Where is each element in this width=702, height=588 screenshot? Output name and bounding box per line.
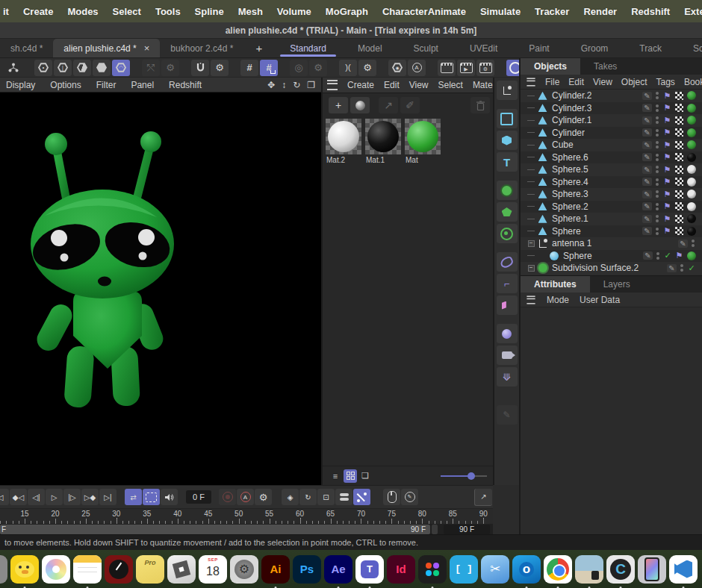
sidetool-stage-tool[interactable]: ⟱: [497, 367, 518, 387]
material-tag[interactable]: [686, 251, 696, 260]
object-row[interactable]: −Subdivision Surface.2✎✓: [521, 262, 702, 275]
dock-app-calendar[interactable]: SEP18: [199, 555, 227, 584]
symmetry-settings-button[interactable]: ⚙: [358, 60, 376, 76]
close-tab-icon[interactable]: ×: [144, 43, 150, 54]
material-thumbnail[interactable]: Mat: [405, 119, 441, 166]
dock-app-roblox[interactable]: [167, 555, 196, 584]
uvw-tag[interactable]: [674, 92, 684, 100]
object-row[interactable]: Cylinder.2✎⚑: [521, 90, 702, 102]
dock-app-outlook[interactable]: o: [512, 555, 541, 584]
sidetool-subdivision-surface-tool[interactable]: [497, 181, 518, 200]
material-tag[interactable]: [686, 140, 696, 149]
visibility-dots[interactable]: [656, 228, 659, 235]
material-list-view-button[interactable]: ≡: [329, 469, 342, 483]
material-tag[interactable]: [686, 190, 696, 198]
render-view-button[interactable]: [438, 60, 456, 76]
phong-tag[interactable]: ⚑: [662, 166, 672, 174]
enabled-check-icon[interactable]: ✓: [663, 251, 672, 260]
pick-material-button[interactable]: ✐: [400, 97, 420, 113]
maximize-icon[interactable]: ❐: [307, 80, 315, 90]
edit-toggle-icon[interactable]: ✎: [642, 116, 652, 125]
menubar-item-edit-clipped[interactable]: it: [3, 6, 9, 17]
visibility-dots[interactable]: [656, 215, 659, 222]
uvw-tag[interactable]: [674, 166, 684, 174]
play-button[interactable]: ▷: [46, 489, 63, 505]
layout-tab-model[interactable]: Model: [342, 39, 398, 57]
dock-app-gauge-app[interactable]: [105, 555, 133, 584]
menubar-item-create[interactable]: Create: [23, 6, 53, 17]
menubar-item-render[interactable]: Render: [583, 6, 617, 17]
object-row[interactable]: Sphere.2✎⚑: [521, 201, 702, 213]
axis-mode-button[interactable]: ◠: [112, 60, 130, 76]
uvw-tag[interactable]: [674, 215, 684, 223]
uvw-tag[interactable]: [674, 104, 684, 112]
menubar-item-tools[interactable]: Tools: [155, 6, 181, 17]
menubar-item-volume[interactable]: Volume: [277, 6, 311, 17]
om-menu-file[interactable]: File: [545, 77, 559, 87]
om-menu-object[interactable]: Object: [621, 77, 647, 87]
next-key-button[interactable]: ▷◆: [81, 489, 99, 505]
visibility-dots[interactable]: [656, 104, 659, 112]
key-rotation-button[interactable]: ↻: [299, 489, 317, 505]
dock-app-indesign[interactable]: Id: [387, 555, 415, 584]
menubar-item-mesh[interactable]: Mesh: [238, 6, 263, 17]
material-compact-view-button[interactable]: ❏: [358, 469, 372, 483]
material-size-slider[interactable]: [441, 472, 487, 481]
menubar-item-simulate[interactable]: Simulate: [480, 6, 521, 17]
phong-tag[interactable]: ⚑: [662, 202, 672, 210]
edit-toggle-icon[interactable]: ✎: [642, 128, 652, 137]
edit-toggle-icon[interactable]: ✎: [643, 251, 653, 260]
coordinates-settings-button[interactable]: ⚙: [161, 60, 179, 76]
om-menu-edit[interactable]: Edit: [568, 77, 584, 87]
edit-toggle-icon[interactable]: ✎: [642, 166, 652, 174]
snap-button[interactable]: [191, 60, 209, 76]
dock-app-iphone-mirroring[interactable]: [638, 555, 666, 584]
enabled-check-icon[interactable]: ✓: [687, 263, 696, 273]
visibility-dots[interactable]: [656, 154, 659, 161]
menubar-item-redshift[interactable]: Redshift: [631, 6, 670, 17]
menubar-item-modes[interactable]: Modes: [67, 6, 98, 17]
new-document-tab-button[interactable]: +: [243, 39, 274, 57]
dock-app-vscode[interactable]: [669, 555, 698, 584]
visibility-dots[interactable]: [692, 240, 695, 247]
om-menu-view[interactable]: View: [593, 77, 612, 87]
dock-app-photoshop[interactable]: Ps: [293, 555, 321, 584]
object-row[interactable]: Sphere✎✓⚑: [521, 250, 702, 263]
edit-toggle-icon[interactable]: ✎: [642, 141, 652, 149]
sidetool-array-generator-tool[interactable]: [497, 202, 518, 222]
apply-material-button[interactable]: ↗: [379, 97, 398, 113]
material-tag[interactable]: [686, 128, 696, 137]
phong-tag[interactable]: ⚑: [662, 141, 672, 149]
uvw-tag[interactable]: [674, 227, 684, 235]
previous-frame-button[interactable]: ◁|: [28, 489, 45, 505]
viewport-menu-options[interactable]: Options: [50, 80, 81, 90]
pan-hand-icon[interactable]: ✥: [267, 80, 275, 90]
edit-toggle-icon[interactable]: ✎: [642, 227, 652, 235]
render-to-picture-viewer-button[interactable]: ▶: [457, 60, 475, 76]
phong-tag[interactable]: ⚑: [662, 92, 672, 100]
autokey-button[interactable]: A: [237, 489, 254, 505]
key-position-button[interactable]: ◈: [282, 489, 299, 505]
scene-hierarchy-button[interactable]: [4, 60, 22, 76]
uvw-tag[interactable]: [674, 178, 684, 186]
auto-mode-button[interactable]: A: [408, 60, 426, 76]
menubar-item-tracker[interactable]: Tracker: [535, 6, 569, 17]
key-scale-button[interactable]: ⊡: [317, 489, 335, 505]
sidetool-deformer-tool[interactable]: [497, 252, 518, 272]
edit-toggle-icon[interactable]: ✎: [642, 178, 652, 186]
dock-app-figma[interactable]: [418, 555, 447, 584]
layout-tab-paint[interactable]: Paint: [513, 39, 565, 57]
edit-toggle-icon[interactable]: ✎: [667, 264, 677, 272]
material-ball-button[interactable]: [350, 97, 370, 113]
material-menu-view[interactable]: View: [409, 80, 429, 90]
dock-app-cyberduck[interactable]: [10, 555, 39, 584]
expander-icon[interactable]: −: [528, 240, 535, 247]
delete-material-button[interactable]: [470, 97, 490, 113]
snap-settings-button[interactable]: ⚙: [211, 60, 229, 76]
visibility-dots[interactable]: [656, 92, 659, 99]
phong-tag[interactable]: ⚑: [662, 104, 672, 112]
am-menu-user-data[interactable]: User Data: [580, 295, 620, 305]
visibility-dots[interactable]: [656, 203, 659, 210]
record-brush-button[interactable]: ✎: [401, 489, 418, 505]
viewport-menu-display[interactable]: Display: [6, 80, 35, 90]
